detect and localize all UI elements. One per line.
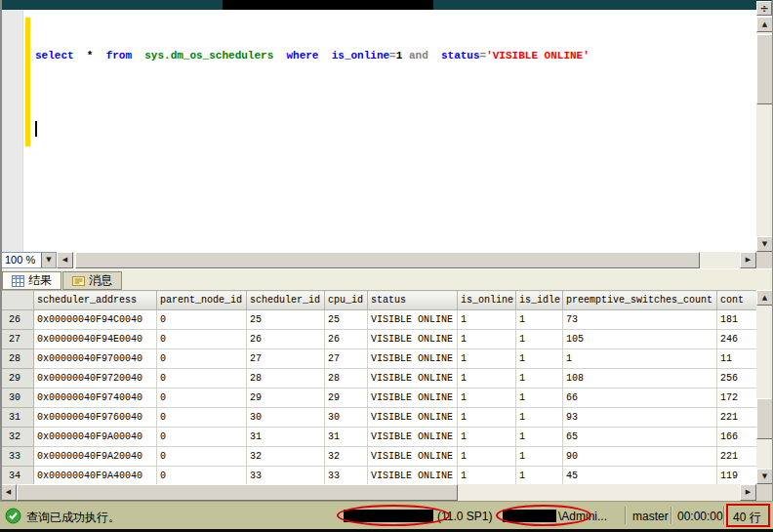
grid-cell[interactable]: 29 <box>325 389 368 408</box>
grid-cell[interactable]: 33 <box>325 467 368 485</box>
grid-cell[interactable]: 0x00000040F9A20040 <box>34 447 157 467</box>
grid-cell[interactable]: 0 <box>157 349 247 369</box>
grid-cell[interactable]: 119 <box>717 467 757 485</box>
grid-cell[interactable]: 0 <box>157 447 247 467</box>
grid-cell[interactable]: VISIBLE ONLINE <box>368 310 458 330</box>
column-header-scheduler_address[interactable]: scheduler_address <box>34 291 157 310</box>
grid-cell[interactable]: 0x00000040F9A40040 <box>34 467 157 485</box>
grid-cell[interactable]: 1 <box>458 310 516 330</box>
grid-cell[interactable]: 27 <box>325 349 368 369</box>
tab-results[interactable]: 结果 <box>2 271 61 290</box>
editor-scroll-left-button[interactable]: ◀ <box>57 252 73 268</box>
grid-cell[interactable]: 0 <box>157 310 247 330</box>
grid-cell[interactable]: 0x00000040F9720040 <box>34 369 157 389</box>
row-header[interactable]: 27 <box>1 330 34 349</box>
grid-cell[interactable]: 1 <box>516 330 563 349</box>
grid-cell[interactable]: 172 <box>717 389 757 408</box>
grid-cell[interactable]: 1 <box>458 447 516 467</box>
grid-vscrollbar[interactable]: ▲ ▼ <box>756 290 773 484</box>
grid-cell[interactable]: 32 <box>325 447 368 467</box>
grid-cell[interactable]: 26 <box>325 330 368 349</box>
grid-cell[interactable]: 30 <box>325 408 368 428</box>
grid-cell[interactable]: 33 <box>247 467 325 485</box>
row-header[interactable]: 30 <box>1 389 34 408</box>
grid-cell[interactable]: VISIBLE ONLINE <box>368 447 458 467</box>
grid-cell[interactable]: 28 <box>247 369 325 389</box>
column-header-cont[interactable]: cont <box>717 291 757 310</box>
grid-hscrollbar[interactable]: ◀ ▶ <box>0 484 773 501</box>
grid-cell[interactable]: 0 <box>157 330 247 349</box>
grid-cell[interactable]: 26 <box>247 330 325 349</box>
grid-cell[interactable]: VISIBLE ONLINE <box>368 389 458 408</box>
grid-cell[interactable]: 27 <box>247 349 325 369</box>
column-header-preemptive_switches_count[interactable]: preemptive_switches_count <box>563 291 717 310</box>
grid-cell[interactable]: 1 <box>516 428 563 447</box>
editor-hscroll-track[interactable] <box>73 252 740 268</box>
grid-cell[interactable]: VISIBLE ONLINE <box>368 330 458 349</box>
grid-cell[interactable]: 221 <box>717 408 757 428</box>
grid-cell[interactable]: 31 <box>325 428 368 447</box>
grid-cell[interactable]: 73 <box>563 310 717 330</box>
grid-vscroll-thumb[interactable] <box>756 398 773 439</box>
grid-cell[interactable]: 32 <box>247 447 325 467</box>
grid-cell[interactable]: 0x00000040F9A00040 <box>34 428 157 447</box>
grid-corner-cell[interactable] <box>1 291 34 310</box>
grid-cell[interactable]: 1 <box>516 369 563 389</box>
grid-cell[interactable]: 1 <box>458 428 516 447</box>
grid-hscroll-thumb[interactable] <box>17 484 458 501</box>
grid-cell[interactable]: 66 <box>563 389 717 408</box>
grid-cell[interactable]: 90 <box>563 447 717 467</box>
grid-vscroll-track[interactable] <box>756 306 773 469</box>
grid-cell[interactable]: 31 <box>247 428 325 447</box>
sql-editor[interactable]: select * from sys.dm_os_schedulers where… <box>0 10 756 252</box>
grid-hscroll-track[interactable] <box>17 484 740 501</box>
grid-cell[interactable]: 1 <box>516 310 563 330</box>
grid-cell[interactable]: 181 <box>717 310 757 330</box>
grid-scroll-right-button[interactable]: ▶ <box>740 484 756 501</box>
zoom-selector[interactable]: 100 % ▼ <box>0 252 57 268</box>
editor-vscroll-track[interactable] <box>756 32 773 236</box>
column-header-is_online[interactable]: is_online <box>458 291 516 310</box>
grid-cell[interactable]: 0 <box>157 428 247 447</box>
grid-cell[interactable]: 1 <box>516 447 563 467</box>
editor-scroll-up-button[interactable]: ▲ <box>756 17 773 32</box>
grid-cell[interactable]: 1 <box>516 349 563 369</box>
tab-messages[interactable]: 消息 <box>62 271 122 290</box>
grid-cell[interactable]: 0x00000040F9740040 <box>34 389 157 408</box>
grid-cell[interactable]: 1 <box>563 349 717 369</box>
grid-cell[interactable]: VISIBLE ONLINE <box>368 349 458 369</box>
row-header[interactable]: 34 <box>1 467 34 485</box>
grid-cell[interactable]: 93 <box>563 408 717 428</box>
zoom-dropdown-icon[interactable]: ▼ <box>41 253 56 267</box>
grid-cell[interactable]: 1 <box>516 467 563 485</box>
grid-cell[interactable]: 1 <box>458 467 516 485</box>
column-header-is_idle[interactable]: is_idle <box>516 291 563 310</box>
grid-cell[interactable]: 1 <box>516 389 563 408</box>
grid-cell[interactable]: 1 <box>458 330 516 349</box>
grid-cell[interactable]: 0 <box>157 389 247 408</box>
grid-cell[interactable]: VISIBLE ONLINE <box>368 467 458 485</box>
editor-scroll-down-button[interactable]: ▼ <box>756 236 773 252</box>
grid-cell[interactable]: 11 <box>717 349 757 369</box>
row-header[interactable]: 29 <box>1 369 34 389</box>
grid-cell[interactable]: 0x00000040F94E0040 <box>34 330 157 349</box>
grid-cell[interactable]: 246 <box>717 330 757 349</box>
column-header-status[interactable]: status <box>368 291 458 310</box>
grid-cell[interactable]: 29 <box>247 389 325 408</box>
grid-cell[interactable]: 0x00000040F9760040 <box>34 408 157 428</box>
editor-splitter-handle[interactable]: ÷ <box>756 1 772 16</box>
grid-cell[interactable]: 256 <box>717 369 757 389</box>
grid-cell[interactable]: 1 <box>516 408 563 428</box>
editor-vscroll-thumb[interactable] <box>756 34 773 104</box>
grid-cell[interactable]: VISIBLE ONLINE <box>368 428 458 447</box>
grid-cell[interactable]: 0x00000040F94C0040 <box>34 310 157 330</box>
grid-scroll-down-button[interactable]: ▼ <box>756 469 773 484</box>
grid-cell[interactable]: 0 <box>157 408 247 428</box>
grid-cell[interactable]: 45 <box>563 467 717 485</box>
column-header-scheduler_id[interactable]: scheduler_id <box>247 291 325 310</box>
row-header[interactable]: 28 <box>1 349 34 369</box>
row-header[interactable]: 26 <box>1 310 34 330</box>
grid-cell[interactable]: 0 <box>157 467 247 485</box>
grid-cell[interactable]: 1 <box>458 349 516 369</box>
grid-cell[interactable]: 221 <box>717 447 757 467</box>
